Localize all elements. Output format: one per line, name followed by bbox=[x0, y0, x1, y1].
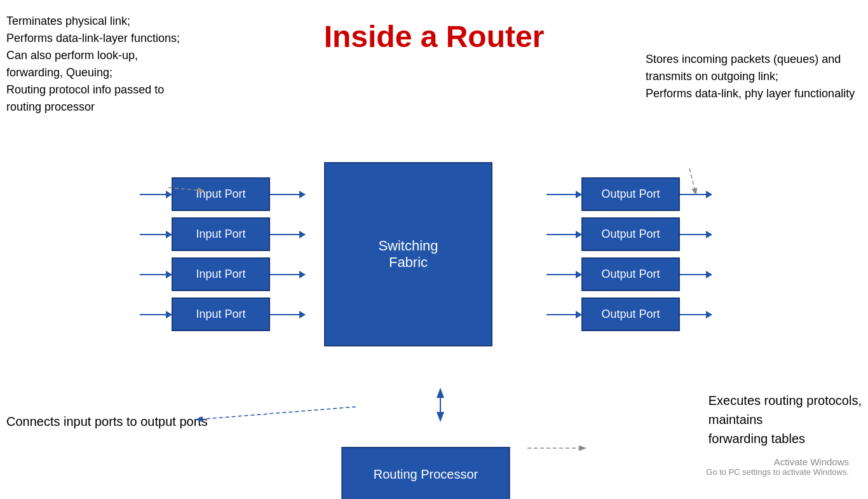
activation-line1: Activate Windows bbox=[706, 456, 849, 467]
input-port-4: Input Port bbox=[172, 297, 270, 331]
output-arrow-2 bbox=[680, 234, 712, 235]
input-port-3: Input Port bbox=[172, 257, 270, 291]
input-arrow-1 bbox=[140, 194, 172, 195]
output-port-row-1: Output Port bbox=[546, 177, 712, 211]
arrow-from-fabric-3 bbox=[546, 274, 581, 275]
input-port-row-2: Input Port bbox=[140, 217, 305, 251]
output-port-2: Output Port bbox=[581, 217, 680, 251]
activation-line2: Go to PC settings to activate Windows. bbox=[706, 467, 849, 477]
output-port-row-2: Output Port bbox=[546, 217, 712, 251]
input-port-row-3: Input Port bbox=[140, 257, 305, 291]
page-title: Inside a Router bbox=[324, 19, 545, 54]
arrow-to-fabric-4 bbox=[270, 314, 305, 315]
arrow-from-fabric-4 bbox=[546, 314, 581, 315]
output-arrow-4 bbox=[680, 314, 712, 315]
input-port-row-4: Input Port bbox=[140, 297, 305, 331]
output-arrow-1 bbox=[680, 194, 712, 195]
output-port-3: Output Port bbox=[581, 257, 680, 291]
routing-processor-container: Routing Processor bbox=[342, 447, 510, 499]
input-arrow-4 bbox=[140, 314, 172, 315]
svg-line-3 bbox=[197, 407, 356, 420]
input-ports-column: Input Port Input Port Input Port Input P… bbox=[140, 114, 305, 394]
input-arrow-2 bbox=[140, 234, 172, 235]
input-port-row-1: Input Port bbox=[140, 177, 305, 211]
bottom-right-description: Executes routing protocols, maintains fo… bbox=[709, 391, 862, 448]
output-port-row-4: Output Port bbox=[546, 297, 712, 331]
arrow-to-fabric-2 bbox=[270, 234, 305, 235]
output-port-1: Output Port bbox=[581, 177, 680, 211]
top-left-description: Terminates physical link; Performs data-… bbox=[6, 13, 184, 116]
output-arrow-3 bbox=[680, 274, 712, 275]
activation-watermark: Activate Windows Go to PC settings to ac… bbox=[706, 456, 849, 477]
arrow-from-fabric-2 bbox=[546, 234, 581, 235]
arrow-to-fabric-3 bbox=[270, 274, 305, 275]
output-ports-column: Output Port Output Port Output Port Outp… bbox=[546, 114, 712, 394]
routing-processor: Routing Processor bbox=[342, 447, 510, 499]
switching-fabric: Switching Fabric bbox=[324, 162, 492, 346]
router-diagram: Input Port Input Port Input Port Input P… bbox=[140, 114, 712, 394]
input-arrow-3 bbox=[140, 274, 172, 275]
output-port-4: Output Port bbox=[581, 297, 680, 331]
arrow-from-fabric-1 bbox=[546, 194, 581, 195]
input-port-2: Input Port bbox=[172, 217, 270, 251]
top-right-description: Stores incoming packets (queues) and tra… bbox=[646, 51, 862, 102]
input-port-1: Input Port bbox=[172, 177, 270, 211]
output-port-row-3: Output Port bbox=[546, 257, 712, 291]
arrow-to-fabric-1 bbox=[270, 194, 305, 195]
bottom-left-description: Connects input ports to output ports bbox=[6, 414, 208, 429]
